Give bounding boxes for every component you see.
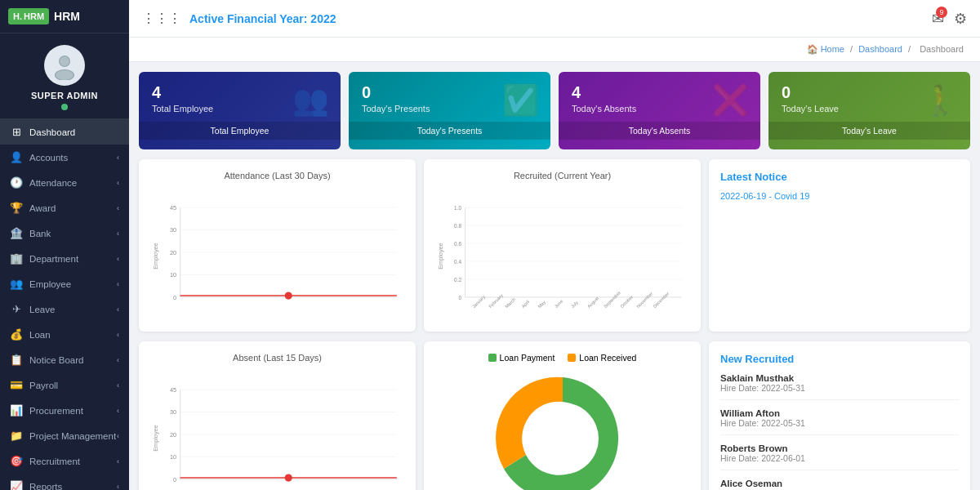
breadcrumb-dashboard[interactable]: Dashboard bbox=[858, 44, 902, 54]
avatar bbox=[44, 45, 85, 86]
svg-text:20: 20 bbox=[170, 431, 176, 439]
svg-text:March: March bbox=[504, 296, 516, 309]
sidebar-item-project-management[interactable]: 📁 Project Management ‹ bbox=[0, 423, 129, 448]
nav-item-left-department: 🏢 Department bbox=[10, 252, 78, 265]
nav-icon-department: 🏢 bbox=[10, 252, 23, 265]
svg-text:0: 0 bbox=[173, 294, 176, 301]
loan-chart-card: Loan Payment Loan Received bbox=[424, 341, 701, 490]
breadcrumb-sep1: / bbox=[850, 44, 855, 54]
stat-icon-total-employee: 👥 bbox=[292, 83, 329, 118]
sidebar-item-notice-board[interactable]: 📋 Notice Board ‹ bbox=[0, 347, 129, 372]
loan-payment-legend: Loan Payment bbox=[488, 353, 555, 363]
stat-card-todays-absents: 4 Today's Absents ❌ Today's Absents bbox=[559, 72, 760, 149]
svg-text:30: 30 bbox=[170, 226, 176, 234]
sidebar-item-department[interactable]: 🏢 Department ‹ bbox=[0, 246, 129, 271]
nav-item-left-bank: 🏦 Bank bbox=[10, 227, 51, 239]
absent-chart-card: Absent (Last 15 Days) Employee 0 10 20 3… bbox=[139, 341, 416, 490]
notices-list: 2022-06-19 - Covid 19 bbox=[720, 191, 959, 201]
recruited-chart-card: Recruited (Current Year) Employee 0 0.2 … bbox=[424, 159, 701, 332]
svg-text:Employee: Employee bbox=[437, 243, 444, 269]
sidebar-item-bank[interactable]: 🏦 Bank ‹ bbox=[0, 220, 129, 246]
grid-icon[interactable]: ⋮⋮⋮ bbox=[142, 11, 181, 26]
svg-text:0: 0 bbox=[458, 295, 461, 301]
nav-chevron-project-management: ‹ bbox=[117, 432, 119, 440]
sidebar-item-reports[interactable]: 📈 Reports ‹ bbox=[0, 474, 129, 490]
logo-area: H. HRM HRM bbox=[0, 0, 129, 33]
stat-footer-total-employee: Total Employee bbox=[139, 122, 341, 140]
sidebar-item-procurement[interactable]: 📊 Procurement ‹ bbox=[0, 398, 129, 423]
notification-bell[interactable]: ✉ 9 bbox=[932, 10, 944, 28]
logo-text: HRM bbox=[54, 10, 80, 23]
nav-label-reports: Reports bbox=[29, 482, 62, 491]
nav-icon-award: 🏆 bbox=[10, 202, 23, 214]
sidebar-item-accounts[interactable]: 👤 Accounts ‹ bbox=[0, 145, 129, 170]
nav-icon-procurement: 📊 bbox=[10, 404, 23, 416]
nav-label-attendance: Attendance bbox=[29, 178, 77, 188]
bottom-charts-grid: Absent (Last 15 Days) Employee 0 10 20 3… bbox=[139, 341, 970, 490]
nav-item-left-dashboard: ⊞ Dashboard bbox=[10, 126, 75, 138]
nav-item-left-employee: 👥 Employee bbox=[10, 278, 71, 290]
nav-item-left-recruitment: 🎯 Recruitment bbox=[10, 455, 80, 467]
nav-chevron-recruitment: ‹ bbox=[117, 457, 119, 466]
logo-h: H. bbox=[13, 11, 22, 21]
sidebar-item-attendance[interactable]: 🕐 Attendance ‹ bbox=[0, 170, 129, 195]
top-charts-grid: Attendance (Last 30 Days) Employee 0 10 … bbox=[139, 159, 970, 332]
attendance-chart-title: Attendance (Last 30 Days) bbox=[150, 171, 404, 180]
stat-cards: 4 Total Employee 👥 Total Employee 0 Toda… bbox=[139, 72, 970, 149]
nav-label-loan: Loan bbox=[29, 330, 51, 340]
breadcrumb-current: Dashboard bbox=[920, 44, 964, 54]
svg-text:Employee: Employee bbox=[152, 425, 159, 451]
sidebar-item-leave[interactable]: ✈ Leave ‹ bbox=[0, 296, 129, 322]
topbar: ⋮⋮⋮ Active Financial Year: 2022 ✉ 9 ⚙ bbox=[129, 0, 980, 38]
recruited-name: William Afton bbox=[720, 408, 959, 418]
breadcrumb-bar: 🏠 Home / Dashboard / Dashboard bbox=[129, 38, 980, 62]
sidebar-item-payroll[interactable]: 💳 Payroll ‹ bbox=[0, 372, 129, 398]
nav-item-left-project-management: 📁 Project Management bbox=[10, 430, 116, 442]
loan-received-label: Loan Received bbox=[579, 353, 636, 363]
nav-icon-bank: 🏦 bbox=[10, 227, 23, 239]
topbar-left: ⋮⋮⋮ Active Financial Year: 2022 bbox=[142, 11, 336, 26]
svg-text:April: April bbox=[520, 299, 530, 309]
recruited-hire-date: Hire Date: 2022-05-31 bbox=[720, 418, 959, 428]
svg-text:May: May bbox=[537, 300, 547, 310]
recruited-hire-date: Hire Date: 2022-05-31 bbox=[720, 383, 959, 393]
sidebar-item-award[interactable]: 🏆 Award ‹ bbox=[0, 195, 129, 220]
breadcrumb-home[interactable]: Home bbox=[821, 44, 844, 54]
recruited-item: Saklain Musthak Hire Date: 2022-05-31 bbox=[720, 373, 959, 400]
svg-text:December: December bbox=[652, 291, 670, 309]
nav-item-left-award: 🏆 Award bbox=[10, 202, 56, 214]
sidebar: H. HRM HRM SUPER ADMIN ⊞ Dashboard 👤 bbox=[0, 0, 129, 490]
sidebar-item-loan[interactable]: 💰 Loan ‹ bbox=[0, 322, 129, 347]
notification-badge: 9 bbox=[936, 7, 947, 18]
nav-icon-recruitment: 🎯 bbox=[10, 455, 23, 467]
sidebar-item-employee[interactable]: 👥 Employee ‹ bbox=[0, 271, 129, 296]
nav-label-procurement: Procurement bbox=[29, 406, 83, 416]
sidebar-item-dashboard[interactable]: ⊞ Dashboard bbox=[0, 119, 129, 145]
absent-chart: Employee 0 10 20 30 45 bbox=[150, 369, 404, 490]
svg-point-58 bbox=[527, 403, 599, 474]
recruited-chart-title: Recruited (Current Year) bbox=[435, 171, 689, 180]
nav-label-department: Department bbox=[29, 254, 78, 264]
recruited-item: William Afton Hire Date: 2022-05-31 bbox=[720, 408, 959, 435]
loan-received-legend: Loan Received bbox=[568, 353, 636, 363]
latest-notice-title: Latest Notice bbox=[720, 171, 959, 183]
nav-menu: ⊞ Dashboard 👤 Accounts ‹ 🕐 Attendance ‹ … bbox=[0, 119, 129, 490]
nav-icon-dashboard: ⊞ bbox=[10, 126, 23, 138]
online-indicator bbox=[61, 104, 68, 110]
nav-item-left-notice-board: 📋 Notice Board bbox=[10, 354, 83, 366]
nav-icon-notice-board: 📋 bbox=[10, 354, 23, 366]
svg-text:Employee: Employee bbox=[152, 243, 159, 269]
nav-chevron-employee: ‹ bbox=[117, 280, 119, 288]
nav-item-left-reports: 📈 Reports bbox=[10, 480, 62, 490]
attendance-chart-card: Attendance (Last 30 Days) Employee 0 10 … bbox=[139, 159, 416, 332]
sidebar-item-recruitment[interactable]: 🎯 Recruitment ‹ bbox=[0, 448, 129, 474]
loan-payment-label: Loan Payment bbox=[500, 353, 555, 363]
nav-chevron-accounts: ‹ bbox=[117, 154, 119, 162]
recruited-list: Saklain Musthak Hire Date: 2022-05-31 Wi… bbox=[720, 373, 959, 490]
attendance-chart: Employee 0 10 20 30 45 bbox=[150, 187, 404, 318]
svg-text:June: June bbox=[554, 299, 564, 310]
settings-icon[interactable]: ⚙ bbox=[954, 10, 967, 28]
nav-label-payroll: Payroll bbox=[29, 381, 58, 390]
logo-hrm: HRM bbox=[24, 11, 44, 21]
nav-chevron-procurement: ‹ bbox=[117, 407, 119, 415]
